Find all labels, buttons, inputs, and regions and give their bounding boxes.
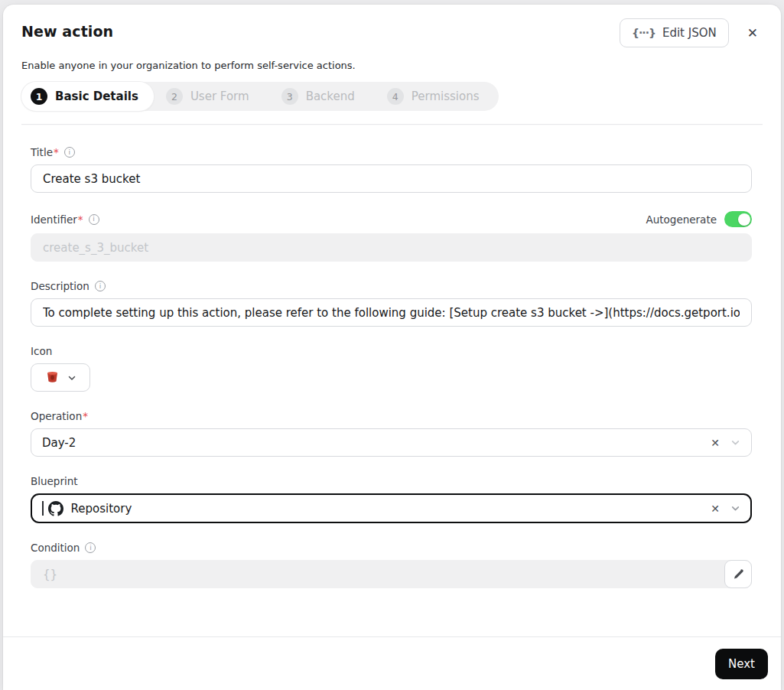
curly-braces-icon: {···}: [632, 27, 656, 39]
chevron-down-icon: [67, 373, 76, 382]
blueprint-value: Repository: [71, 502, 132, 516]
condition-field-group: Condition i: [31, 542, 752, 588]
step-basic-details[interactable]: 1 Basic Details: [21, 82, 154, 111]
title-field-group: Title* i: [31, 146, 752, 193]
icon-field-group: Icon: [31, 345, 752, 392]
modal-header: New action {···} Edit JSON ✕ Enable anyo…: [3, 5, 781, 125]
operation-select[interactable]: Day-2 ✕: [31, 428, 752, 457]
operation-field-group: Operation* Day-2 ✕: [31, 410, 752, 457]
step-number: 3: [281, 88, 298, 105]
info-icon[interactable]: i: [89, 214, 99, 225]
chevron-down-icon[interactable]: [730, 438, 740, 448]
identifier-field-group: Identifier* i Autogenerate: [31, 211, 752, 262]
autogenerate-toggle[interactable]: [724, 211, 752, 227]
info-icon[interactable]: i: [64, 147, 75, 158]
blueprint-label: Blueprint: [31, 475, 78, 487]
header-divider: [21, 124, 763, 125]
new-action-modal: New action {···} Edit JSON ✕ Enable anyo…: [3, 5, 781, 690]
step-label: Backend: [306, 90, 355, 103]
condition-input: [31, 560, 752, 588]
step-label: Basic Details: [55, 90, 138, 103]
github-icon: [48, 501, 63, 516]
step-number: 4: [387, 88, 404, 105]
next-button[interactable]: Next: [715, 649, 768, 679]
title-label: Title*: [31, 146, 59, 158]
step-label: User Form: [190, 90, 249, 103]
edit-json-label: Edit JSON: [662, 26, 717, 40]
pencil-icon: [733, 568, 744, 580]
description-input[interactable]: [31, 298, 752, 327]
edit-json-button[interactable]: {···} Edit JSON: [620, 18, 729, 47]
stepper: 1 Basic Details 2 User Form 3 Backend 4 …: [21, 82, 499, 111]
info-icon[interactable]: i: [85, 542, 96, 553]
step-number: 2: [166, 88, 183, 105]
step-backend[interactable]: 3 Backend: [269, 82, 375, 111]
form-body: Title* i Identifier* i Autogenerate: [3, 125, 781, 636]
clear-icon[interactable]: ✕: [711, 503, 720, 514]
description-label: Description: [31, 280, 89, 292]
edit-condition-button[interactable]: [724, 560, 752, 588]
toggle-knob: [738, 213, 750, 226]
operation-value: Day-2: [42, 436, 76, 450]
modal-footer: Next: [3, 636, 781, 690]
step-label: Permissions: [412, 90, 480, 103]
required-asterisk: *: [83, 410, 88, 422]
identifier-input: [31, 233, 752, 262]
required-asterisk: *: [78, 213, 83, 226]
close-icon[interactable]: ✕: [743, 22, 763, 44]
text-cursor: [42, 501, 44, 516]
identifier-label: Identifier*: [31, 213, 83, 226]
step-user-form[interactable]: 2 User Form: [154, 82, 269, 111]
page-title: New action: [21, 18, 113, 40]
step-permissions[interactable]: 4 Permissions: [375, 82, 499, 111]
blueprint-field-group: Blueprint Repository ✕: [31, 475, 752, 523]
condition-label: Condition: [31, 542, 80, 554]
operation-label: Operation*: [31, 410, 88, 422]
s3-icon: [45, 370, 60, 385]
description-field-group: Description i: [31, 280, 752, 327]
icon-select[interactable]: [31, 363, 90, 392]
icon-label: Icon: [31, 345, 52, 357]
info-icon[interactable]: i: [95, 281, 106, 291]
clear-icon[interactable]: ✕: [711, 438, 720, 448]
modal-subtitle: Enable anyone in your organization to pe…: [21, 60, 763, 71]
title-input[interactable]: [31, 164, 752, 193]
required-asterisk: *: [54, 146, 59, 158]
step-number: 1: [31, 88, 47, 105]
blueprint-select[interactable]: Repository ✕: [31, 493, 752, 523]
chevron-down-icon[interactable]: [730, 503, 740, 513]
autogenerate-label: Autogenerate: [646, 213, 717, 226]
